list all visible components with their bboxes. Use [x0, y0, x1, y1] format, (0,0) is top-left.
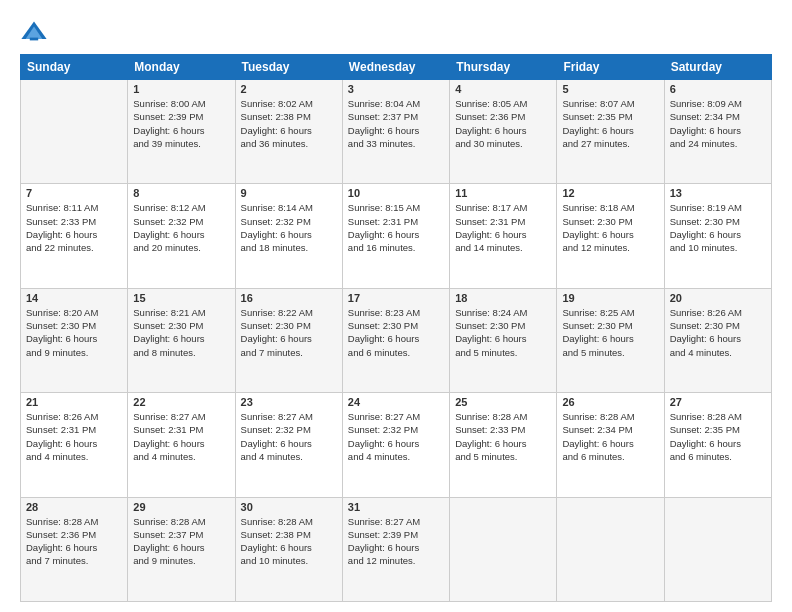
- calendar-cell: 9Sunrise: 8:14 AMSunset: 2:32 PMDaylight…: [235, 184, 342, 288]
- day-info: Sunrise: 8:28 AMSunset: 2:36 PMDaylight:…: [26, 515, 122, 568]
- day-number: 17: [348, 292, 444, 304]
- day-number: 1: [133, 83, 229, 95]
- logo-icon: [20, 18, 48, 46]
- day-number: 10: [348, 187, 444, 199]
- day-info: Sunrise: 8:28 AMSunset: 2:34 PMDaylight:…: [562, 410, 658, 463]
- calendar-cell: 30Sunrise: 8:28 AMSunset: 2:38 PMDayligh…: [235, 497, 342, 601]
- day-info: Sunrise: 8:15 AMSunset: 2:31 PMDaylight:…: [348, 201, 444, 254]
- day-number: 14: [26, 292, 122, 304]
- col-thursday: Thursday: [450, 55, 557, 80]
- header: [20, 18, 772, 46]
- day-info: Sunrise: 8:27 AMSunset: 2:32 PMDaylight:…: [241, 410, 337, 463]
- day-number: 26: [562, 396, 658, 408]
- calendar-cell: 17Sunrise: 8:23 AMSunset: 2:30 PMDayligh…: [342, 288, 449, 392]
- day-info: Sunrise: 8:26 AMSunset: 2:31 PMDaylight:…: [26, 410, 122, 463]
- day-info: Sunrise: 8:23 AMSunset: 2:30 PMDaylight:…: [348, 306, 444, 359]
- day-number: 25: [455, 396, 551, 408]
- calendar-cell: 27Sunrise: 8:28 AMSunset: 2:35 PMDayligh…: [664, 393, 771, 497]
- calendar-cell: 5Sunrise: 8:07 AMSunset: 2:35 PMDaylight…: [557, 80, 664, 184]
- calendar-cell: [664, 497, 771, 601]
- day-number: 9: [241, 187, 337, 199]
- day-info: Sunrise: 8:17 AMSunset: 2:31 PMDaylight:…: [455, 201, 551, 254]
- day-number: 24: [348, 396, 444, 408]
- day-info: Sunrise: 8:28 AMSunset: 2:35 PMDaylight:…: [670, 410, 766, 463]
- calendar-cell: 26Sunrise: 8:28 AMSunset: 2:34 PMDayligh…: [557, 393, 664, 497]
- calendar-cell: 18Sunrise: 8:24 AMSunset: 2:30 PMDayligh…: [450, 288, 557, 392]
- calendar-cell: 6Sunrise: 8:09 AMSunset: 2:34 PMDaylight…: [664, 80, 771, 184]
- calendar-cell: 19Sunrise: 8:25 AMSunset: 2:30 PMDayligh…: [557, 288, 664, 392]
- day-info: Sunrise: 8:21 AMSunset: 2:30 PMDaylight:…: [133, 306, 229, 359]
- day-number: 22: [133, 396, 229, 408]
- day-info: Sunrise: 8:09 AMSunset: 2:34 PMDaylight:…: [670, 97, 766, 150]
- col-friday: Friday: [557, 55, 664, 80]
- calendar-cell: 11Sunrise: 8:17 AMSunset: 2:31 PMDayligh…: [450, 184, 557, 288]
- day-info: Sunrise: 8:27 AMSunset: 2:32 PMDaylight:…: [348, 410, 444, 463]
- col-tuesday: Tuesday: [235, 55, 342, 80]
- calendar-cell: 4Sunrise: 8:05 AMSunset: 2:36 PMDaylight…: [450, 80, 557, 184]
- day-info: Sunrise: 8:05 AMSunset: 2:36 PMDaylight:…: [455, 97, 551, 150]
- day-info: Sunrise: 8:25 AMSunset: 2:30 PMDaylight:…: [562, 306, 658, 359]
- day-number: 19: [562, 292, 658, 304]
- day-info: Sunrise: 8:04 AMSunset: 2:37 PMDaylight:…: [348, 97, 444, 150]
- day-number: 30: [241, 501, 337, 513]
- day-info: Sunrise: 8:12 AMSunset: 2:32 PMDaylight:…: [133, 201, 229, 254]
- day-number: 11: [455, 187, 551, 199]
- day-info: Sunrise: 8:28 AMSunset: 2:38 PMDaylight:…: [241, 515, 337, 568]
- day-info: Sunrise: 8:27 AMSunset: 2:39 PMDaylight:…: [348, 515, 444, 568]
- calendar-cell: 14Sunrise: 8:20 AMSunset: 2:30 PMDayligh…: [21, 288, 128, 392]
- day-info: Sunrise: 8:24 AMSunset: 2:30 PMDaylight:…: [455, 306, 551, 359]
- day-number: 6: [670, 83, 766, 95]
- calendar-week-row: 1Sunrise: 8:00 AMSunset: 2:39 PMDaylight…: [21, 80, 772, 184]
- day-number: 15: [133, 292, 229, 304]
- day-info: Sunrise: 8:18 AMSunset: 2:30 PMDaylight:…: [562, 201, 658, 254]
- logo: [20, 18, 50, 46]
- calendar-cell: 7Sunrise: 8:11 AMSunset: 2:33 PMDaylight…: [21, 184, 128, 288]
- calendar-cell: 21Sunrise: 8:26 AMSunset: 2:31 PMDayligh…: [21, 393, 128, 497]
- calendar-cell: 12Sunrise: 8:18 AMSunset: 2:30 PMDayligh…: [557, 184, 664, 288]
- calendar-cell: 16Sunrise: 8:22 AMSunset: 2:30 PMDayligh…: [235, 288, 342, 392]
- calendar-cell: 15Sunrise: 8:21 AMSunset: 2:30 PMDayligh…: [128, 288, 235, 392]
- day-number: 13: [670, 187, 766, 199]
- day-number: 28: [26, 501, 122, 513]
- calendar-header-row: Sunday Monday Tuesday Wednesday Thursday…: [21, 55, 772, 80]
- calendar-cell: [450, 497, 557, 601]
- day-info: Sunrise: 8:02 AMSunset: 2:38 PMDaylight:…: [241, 97, 337, 150]
- calendar-cell: 13Sunrise: 8:19 AMSunset: 2:30 PMDayligh…: [664, 184, 771, 288]
- day-number: 29: [133, 501, 229, 513]
- day-number: 7: [26, 187, 122, 199]
- calendar-cell: 8Sunrise: 8:12 AMSunset: 2:32 PMDaylight…: [128, 184, 235, 288]
- day-number: 23: [241, 396, 337, 408]
- calendar-week-row: 7Sunrise: 8:11 AMSunset: 2:33 PMDaylight…: [21, 184, 772, 288]
- day-info: Sunrise: 8:27 AMSunset: 2:31 PMDaylight:…: [133, 410, 229, 463]
- calendar-cell: 1Sunrise: 8:00 AMSunset: 2:39 PMDaylight…: [128, 80, 235, 184]
- day-info: Sunrise: 8:28 AMSunset: 2:37 PMDaylight:…: [133, 515, 229, 568]
- day-info: Sunrise: 8:11 AMSunset: 2:33 PMDaylight:…: [26, 201, 122, 254]
- day-number: 12: [562, 187, 658, 199]
- calendar-week-row: 14Sunrise: 8:20 AMSunset: 2:30 PMDayligh…: [21, 288, 772, 392]
- calendar-table: Sunday Monday Tuesday Wednesday Thursday…: [20, 54, 772, 602]
- calendar-cell: 3Sunrise: 8:04 AMSunset: 2:37 PMDaylight…: [342, 80, 449, 184]
- calendar-cell: 28Sunrise: 8:28 AMSunset: 2:36 PMDayligh…: [21, 497, 128, 601]
- day-number: 3: [348, 83, 444, 95]
- day-info: Sunrise: 8:22 AMSunset: 2:30 PMDaylight:…: [241, 306, 337, 359]
- day-info: Sunrise: 8:00 AMSunset: 2:39 PMDaylight:…: [133, 97, 229, 150]
- calendar-cell: 22Sunrise: 8:27 AMSunset: 2:31 PMDayligh…: [128, 393, 235, 497]
- calendar-cell: 10Sunrise: 8:15 AMSunset: 2:31 PMDayligh…: [342, 184, 449, 288]
- day-info: Sunrise: 8:07 AMSunset: 2:35 PMDaylight:…: [562, 97, 658, 150]
- day-number: 8: [133, 187, 229, 199]
- col-wednesday: Wednesday: [342, 55, 449, 80]
- day-info: Sunrise: 8:26 AMSunset: 2:30 PMDaylight:…: [670, 306, 766, 359]
- day-number: 16: [241, 292, 337, 304]
- calendar-cell: [21, 80, 128, 184]
- calendar-cell: 31Sunrise: 8:27 AMSunset: 2:39 PMDayligh…: [342, 497, 449, 601]
- day-number: 31: [348, 501, 444, 513]
- col-sunday: Sunday: [21, 55, 128, 80]
- day-info: Sunrise: 8:20 AMSunset: 2:30 PMDaylight:…: [26, 306, 122, 359]
- day-info: Sunrise: 8:28 AMSunset: 2:33 PMDaylight:…: [455, 410, 551, 463]
- day-number: 20: [670, 292, 766, 304]
- day-number: 27: [670, 396, 766, 408]
- day-number: 4: [455, 83, 551, 95]
- calendar-cell: 23Sunrise: 8:27 AMSunset: 2:32 PMDayligh…: [235, 393, 342, 497]
- calendar-cell: 25Sunrise: 8:28 AMSunset: 2:33 PMDayligh…: [450, 393, 557, 497]
- calendar-cell: 29Sunrise: 8:28 AMSunset: 2:37 PMDayligh…: [128, 497, 235, 601]
